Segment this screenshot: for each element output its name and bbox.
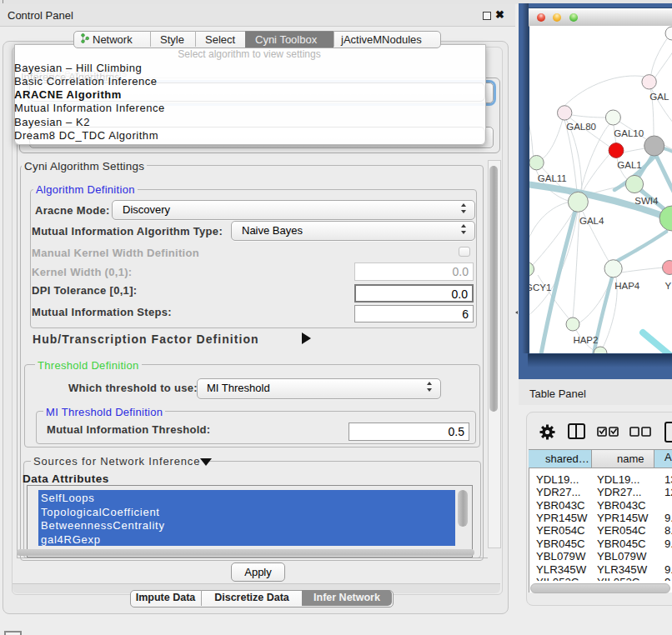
svg-text:Y: Y <box>665 281 672 291</box>
svg-text:HAP2: HAP2 <box>573 335 598 345</box>
svg-text:GAL4: GAL4 <box>579 216 604 226</box>
svg-text:GCY1: GCY1 <box>529 282 551 292</box>
svg-text:HAP4: HAP4 <box>614 281 640 291</box>
svg-text:GAL: GAL <box>649 92 669 102</box>
svg-text:GAL80: GAL80 <box>566 122 596 132</box>
svg-text:GAL1: GAL1 <box>617 160 641 170</box>
svg-text:GAL10: GAL10 <box>614 128 644 138</box>
svg-text:GAL11: GAL11 <box>538 173 567 183</box>
svg-text:SWI4: SWI4 <box>634 196 659 206</box>
